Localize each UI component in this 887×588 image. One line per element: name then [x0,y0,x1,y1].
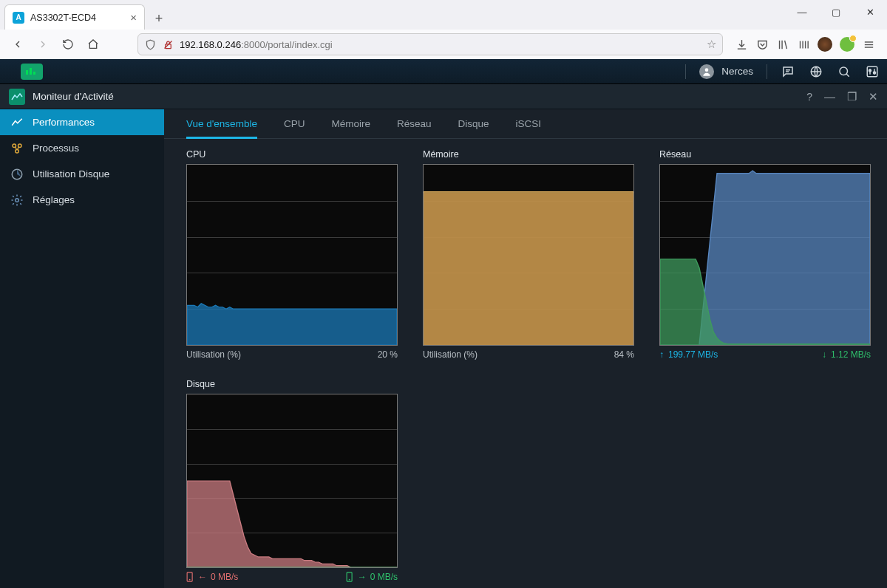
username: Nerces [721,66,753,77]
taskbar-app-icon[interactable] [21,64,43,80]
sidebar-item-settings[interactable]: Réglages [0,187,164,213]
chart-memory[interactable] [423,164,634,346]
url-bar[interactable]: 192.168.0.246:8000/portal/index.cgi ☆ [137,33,723,55]
sidebar-item-label: Réglages [33,194,75,205]
hamburger-menu-icon[interactable] [862,38,875,51]
chart-cpu[interactable] [186,164,398,346]
back-button[interactable] [7,34,28,55]
tab-memory[interactable]: Mémoire [331,118,370,138]
arrow-right-icon: → [358,572,367,582]
download-icon[interactable] [735,38,748,51]
sidebar-item-label: Utilisation Disque [33,168,109,180]
process-icon [10,142,24,155]
svg-line-4 [784,40,786,48]
svg-point-16 [705,68,709,72]
url-text: 192.168.0.246:8000/portal/index.cgi [180,39,333,50]
svg-rect-15 [33,72,35,75]
panel-title: Mémoire [423,149,634,160]
user-chip[interactable]: Nerces [699,64,753,79]
disk-read-icon [186,572,194,582]
forward-button[interactable] [33,34,53,55]
settings-panel-icon[interactable] [865,64,880,79]
navbar: 192.168.0.246:8000/portal/index.cgi ☆ [0,30,887,59]
disk-read: ← 0 MB/s [186,572,238,582]
pocket-icon[interactable] [755,38,769,51]
bookmark-star-icon[interactable]: ☆ [707,38,716,51]
svg-point-44 [348,579,350,581]
svg-line-21 [846,74,849,77]
os-minimize-button[interactable]: — [785,0,819,24]
grid-icon[interactable] [797,38,810,51]
window-controls: ? — ❐ ✕ [806,90,878,103]
window-maximize-button[interactable]: ❐ [847,90,857,103]
panel-cpu: CPU Utilisation (%) 20 % [186,149,398,360]
svg-line-30 [16,146,17,149]
reload-button[interactable] [58,34,78,55]
user-avatar-icon [699,64,714,79]
window-app-icon [9,89,25,105]
globe-icon[interactable] [809,64,823,79]
tab-close-button[interactable]: × [130,11,137,24]
os-close-button[interactable]: ✕ [853,0,887,24]
tab-network[interactable]: Réseau [397,118,432,138]
os-window-controls: — ▢ ✕ [785,0,887,24]
tab-cpu[interactable]: CPU [284,118,305,138]
disk-usage-icon [10,168,24,181]
panel-title: Disque [186,379,398,389]
panel-footer: ↑199.77 MB/s ↓1.12 MB/s [659,349,871,360]
library-icon[interactable] [776,38,789,51]
panel-footer: ← 0 MB/s → 0 MB/s [186,572,398,582]
window-minimize-button[interactable]: — [824,90,835,103]
chart-disk[interactable] [186,394,398,568]
disk-write-icon [346,572,354,582]
sidebar-item-disk-usage[interactable]: Utilisation Disque [0,161,164,187]
svg-point-33 [16,198,19,202]
home-button[interactable] [83,34,103,55]
arrow-down-icon: ↓ [822,349,826,360]
browser-chrome: A AS3302T-ECD4 × + 192.168.0.246:8000/po… [0,0,887,59]
svg-marker-36 [424,194,633,345]
os-taskbar: Nerces [0,59,887,84]
divider [767,64,767,79]
footer-right: 20 % [378,349,398,360]
svg-marker-39 [187,481,397,567]
tab-title: AS3302T-ECD4 [30,13,96,23]
extension-badge-2[interactable] [840,37,854,52]
svg-rect-22 [867,66,877,77]
panel-title: Réseau [659,149,871,160]
search-icon[interactable] [837,64,852,79]
extension-badge-1[interactable] [818,37,832,52]
chart-network[interactable] [659,164,871,346]
network-upload: ↑199.77 MB/s [659,349,718,360]
os-maximize-button[interactable]: ▢ [819,0,853,24]
svg-point-42 [189,579,191,581]
new-tab-button[interactable]: + [148,7,170,30]
svg-rect-13 [26,70,28,75]
sidebar-item-label: Processus [33,143,79,154]
sidebar-item-label: Performances [33,117,95,128]
main-layout: Performances Processus Utilisation Disqu… [0,109,887,588]
tab-iscsi[interactable]: iSCSI [516,118,542,138]
svg-point-26 [874,72,876,74]
window-title: Moniteur d'Activité [33,91,114,102]
arrow-left-icon: ← [198,572,207,582]
tab-overview[interactable]: Vue d'ensemble [186,118,257,139]
window-close-button[interactable]: ✕ [869,90,878,103]
panel-footer: Utilisation (%) 20 % [186,349,398,360]
footer-left: Utilisation (%) [186,349,241,360]
network-download: ↓1.12 MB/s [822,349,871,360]
panel-disk: Disque ← 0 MB/s → [186,379,398,582]
sidebar-item-processus[interactable]: Processus [0,135,164,161]
svg-rect-14 [30,68,32,75]
panel-memory: Mémoire Utilisation (%) 84 % [423,149,634,360]
browser-tab[interactable]: A AS3302T-ECD4 × [4,4,145,30]
sidebar: Performances Processus Utilisation Disqu… [0,109,164,588]
svg-line-31 [18,146,19,149]
app-shell: Nerces Moniteur d'Activité ? — ❐ ✕ Perfo… [0,59,887,588]
help-button[interactable]: ? [806,91,812,103]
chat-icon[interactable] [781,64,795,79]
tab-disk[interactable]: Disque [458,118,489,138]
subtabs: Vue d'ensemble CPU Mémoire Réseau Disque… [164,109,887,139]
sidebar-item-performances[interactable]: Performances [0,109,164,135]
lock-strike-icon [162,38,174,50]
